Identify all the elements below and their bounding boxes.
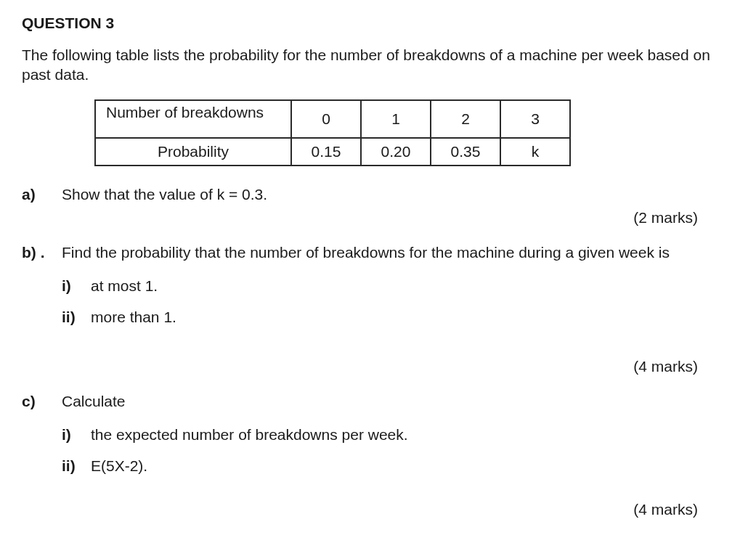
subpart-label-c-i: i) — [62, 425, 91, 445]
question-title: QUESTION 3 — [22, 15, 734, 32]
probability-table-wrap: Number of breakdowns 0 1 2 3 Probability… — [94, 99, 734, 166]
prob-val-3: k — [500, 138, 570, 166]
part-b-text: Find the probability that the number of … — [62, 244, 670, 261]
part-c: c) Calculate i) the expected number of b… — [22, 391, 734, 486]
subpart-c-ii: ii) E(5X-2). — [62, 456, 734, 476]
header-cell-breakdowns: Number of breakdowns — [95, 100, 291, 138]
intro-text: The following table lists the probabilit… — [22, 45, 734, 85]
col-val-0: 0 — [291, 100, 361, 138]
prob-val-2: 0.35 — [431, 138, 500, 166]
part-b: b) . Find the probability that the numbe… — [22, 242, 734, 338]
part-a-text: Show that the value of k = 0.3. — [62, 184, 734, 205]
part-label-a: a) — [22, 184, 62, 205]
prob-val-0: 0.15 — [291, 138, 361, 166]
subpart-label-b-ii: ii) — [62, 307, 91, 327]
subpart-b-ii-text: more than 1. — [91, 307, 176, 327]
subpart-label-c-ii: ii) — [62, 456, 91, 476]
table-row: Probability 0.15 0.20 0.35 k — [95, 138, 570, 166]
subpart-label-b-i: i) — [62, 276, 91, 296]
marks-a: (2 marks) — [22, 209, 698, 226]
part-c-text: Calculate — [62, 393, 126, 409]
part-a: a) Show that the value of k = 0.3. — [22, 184, 734, 205]
table-row: Number of breakdowns 0 1 2 3 — [95, 100, 570, 138]
col-val-2: 2 — [431, 100, 500, 138]
part-c-body: Calculate i) the expected number of brea… — [62, 391, 734, 486]
header-cell-probability: Probability — [95, 138, 291, 166]
subpart-c-i: i) the expected number of breakdowns per… — [62, 425, 734, 445]
part-b-body: Find the probability that the number of … — [62, 242, 734, 338]
subpart-c-ii-text: E(5X-2). — [91, 456, 147, 476]
subpart-b-i-text: at most 1. — [91, 276, 158, 296]
part-label-c: c) — [22, 391, 62, 486]
marks-c: (4 marks) — [22, 501, 698, 518]
marks-b: (4 marks) — [22, 358, 698, 375]
col-val-3: 3 — [500, 100, 570, 138]
col-val-1: 1 — [361, 100, 431, 138]
probability-table: Number of breakdowns 0 1 2 3 Probability… — [94, 99, 571, 166]
subpart-c-i-text: the expected number of breakdowns per we… — [91, 425, 408, 445]
part-label-b: b) . — [22, 242, 62, 338]
prob-val-1: 0.20 — [361, 138, 431, 166]
subpart-b-i: i) at most 1. — [62, 276, 734, 296]
subpart-b-ii: ii) more than 1. — [62, 307, 734, 327]
